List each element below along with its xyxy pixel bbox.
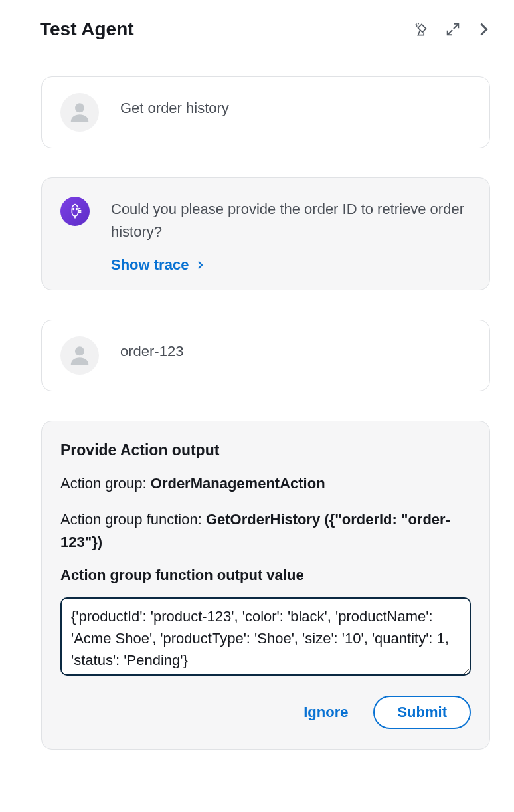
- show-trace-label: Show trace: [111, 256, 189, 274]
- action-group-line: Action group: OrderManagementAction: [60, 472, 471, 495]
- message-text: order-123: [120, 340, 471, 363]
- clear-icon[interactable]: [412, 19, 433, 40]
- action-group-value: OrderManagementAction: [151, 475, 325, 492]
- message-text: Get order history: [120, 97, 471, 120]
- svg-point-0: [75, 103, 84, 112]
- chat-content: Get order history Could you please provi…: [0, 56, 514, 750]
- action-output-value-label: Action group function output value: [60, 567, 471, 584]
- chevron-right-icon: [194, 259, 206, 271]
- header-actions: [412, 19, 494, 40]
- user-avatar-icon: [60, 93, 99, 132]
- action-output-value-input[interactable]: [60, 597, 471, 676]
- user-message: Get order history: [41, 76, 490, 148]
- action-output-title: Provide Action output: [60, 441, 471, 459]
- svg-point-3: [75, 347, 84, 356]
- message-body: Get order history: [120, 93, 471, 120]
- submit-button[interactable]: Submit: [373, 696, 471, 729]
- agent-message: Could you please provide the order ID to…: [41, 177, 490, 290]
- header: Test Agent: [0, 0, 514, 56]
- ignore-button[interactable]: Ignore: [298, 697, 353, 728]
- message-body: order-123: [120, 336, 471, 363]
- action-function-label: Action group function:: [60, 511, 202, 528]
- user-message: order-123: [41, 320, 490, 391]
- svg-point-1: [73, 209, 74, 210]
- page-title: Test Agent: [40, 19, 134, 40]
- show-trace-link[interactable]: Show trace: [111, 256, 471, 274]
- action-group-label: Action group:: [60, 475, 147, 492]
- expand-icon[interactable]: [442, 19, 464, 40]
- action-output-panel: Provide Action output Action group: Orde…: [41, 421, 490, 750]
- action-buttons: Ignore Submit: [60, 696, 471, 729]
- message-body: Could you please provide the order ID to…: [111, 194, 471, 274]
- action-function-line: Action group function: GetOrderHistory (…: [60, 508, 471, 554]
- svg-point-2: [76, 209, 77, 210]
- user-avatar-icon: [60, 336, 99, 375]
- agent-avatar-icon: [60, 197, 90, 226]
- chevron-right-icon[interactable]: [473, 19, 494, 40]
- message-text: Could you please provide the order ID to…: [111, 198, 471, 243]
